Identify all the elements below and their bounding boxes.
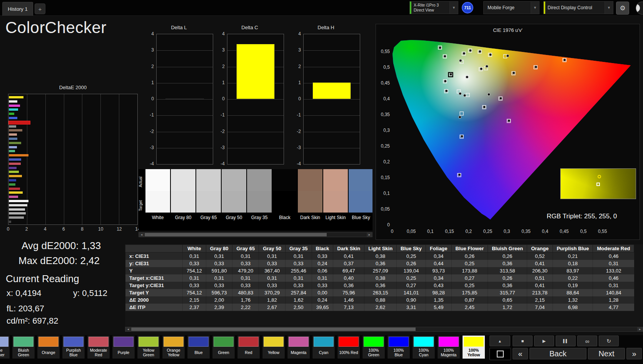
scroll-left-icon[interactable]: ◄: [139, 233, 144, 237]
table-column-header: Gray 65: [232, 245, 259, 253]
palette-orange-yellow[interactable]: Orange Yellow: [162, 335, 185, 359]
play-button[interactable]: ▶: [534, 336, 554, 346]
palette-purplish-blue[interactable]: Purplish Blue: [62, 335, 85, 359]
deltae-bar: [9, 216, 24, 219]
cie-y-tick: 0,1: [377, 191, 390, 196]
next-chevron-button[interactable]: »: [626, 348, 642, 359]
deltae-bar: [9, 171, 19, 173]
color-swatch-gray-65: Gray 65: [196, 169, 221, 231]
source-selector[interactable]: Mobile Forge ▼: [483, 1, 539, 14]
table-cell: 0,46: [593, 253, 634, 260]
table-column-header: Blue Flower: [451, 245, 488, 253]
palette-green[interactable]: Green: [212, 335, 235, 359]
table-row: x: CIE310,310,310,310,310,310,330,410,38…: [125, 253, 634, 260]
swatch-scroll-thumb[interactable]: [145, 233, 327, 236]
measurement-table: WhiteGray 80Gray 65Gray 50Gray 35BlackDa…: [125, 244, 634, 311]
table-cell: 0,33: [312, 253, 333, 260]
palette-100-cyan[interactable]: 100% Cyan: [412, 335, 435, 359]
deltae-bar: [9, 175, 22, 177]
cie-measured-point: [459, 92, 461, 95]
palette-100-green[interactable]: 100% Green: [362, 335, 385, 359]
palette-moderate-red[interactable]: Moderate Red: [87, 335, 110, 359]
gridline: [227, 99, 284, 100]
palette-purple[interactable]: Purple: [112, 335, 135, 359]
table-cell: 69,47: [333, 267, 364, 274]
palette-100-yellow[interactable]: 100% Yellow: [462, 335, 485, 359]
table-cell: 2,39: [206, 304, 232, 311]
palette-swatch: [239, 337, 259, 347]
rgb-triplet-label: RGB Triplet: 255, 255, 0: [530, 213, 634, 220]
refresh-button[interactable]: ↻: [599, 336, 619, 346]
table-cell: 0,24: [312, 260, 333, 267]
palette-100-magenta[interactable]: 100% Magenta: [437, 335, 460, 359]
palette-blue[interactable]: Blue: [187, 335, 210, 359]
table-scrollbar[interactable]: ◄ ►: [125, 327, 643, 332]
settings-button[interactable]: ⚙: [616, 2, 629, 15]
table-cell: 2,00: [206, 296, 232, 304]
swatch-scrollbar[interactable]: ◄ ►: [139, 232, 372, 237]
loop-button[interactable]: ∞: [577, 336, 597, 346]
cie-x-tick: 0,5: [576, 229, 591, 234]
swatch-label: Black: [272, 213, 297, 224]
table-cell: 0,36: [488, 282, 527, 289]
delta-y-tick: 4: [142, 31, 154, 37]
table-cell: 0,43: [426, 282, 452, 289]
stop-button[interactable]: ■: [513, 336, 533, 346]
pattern-up-button[interactable]: ▲: [489, 336, 510, 346]
palette-label: Yellow Green: [137, 347, 160, 359]
scroll-left-icon[interactable]: ◄: [125, 327, 131, 331]
scroll-right-icon[interactable]: ►: [637, 327, 643, 331]
pause-button[interactable]: ▌▌: [556, 336, 576, 346]
palette-cyan[interactable]: Cyan: [312, 335, 335, 359]
table-cell: 7,13: [333, 304, 364, 311]
table-cell: 1,72: [488, 304, 527, 311]
palette-yellow[interactable]: Yellow: [262, 335, 285, 359]
workflow-selector[interactable]: Direct Display Control ▼: [543, 1, 613, 14]
table-cell: 0,65: [488, 296, 527, 304]
tab-history-1[interactable]: History 1: [2, 2, 33, 16]
chevron-down-icon[interactable]: ▼: [531, 2, 539, 14]
cie-y-tick: 0,05: [377, 206, 390, 212]
cie-y-tick: 0,5: [377, 65, 390, 70]
table-cell: 0,38: [364, 274, 397, 282]
meter-count-badge[interactable]: 711: [462, 2, 473, 13]
chevron-down-icon[interactable]: ▼: [449, 2, 458, 14]
cie-measured-point: [513, 71, 515, 74]
table-cell: 0,36: [488, 260, 527, 267]
cie-measured-point: [459, 116, 461, 118]
table-cell: 139,04: [397, 267, 426, 274]
back-button[interactable]: Back: [529, 348, 586, 359]
deltae-x-tick: 8: [81, 226, 84, 232]
palette-yellow-green[interactable]: Yellow Green: [137, 335, 160, 359]
table-scroll-thumb[interactable]: [131, 327, 416, 331]
deltae-bar: [9, 138, 17, 140]
table-cell: 2,45: [451, 304, 488, 311]
swatch-actual: [222, 169, 246, 191]
table-column-header: Gray 80: [206, 245, 232, 253]
palette-blue-flower[interactable]: Blue Flower: [0, 335, 10, 359]
table-cell: 1,35: [426, 296, 452, 304]
back-chevron-button[interactable]: «: [513, 348, 528, 359]
cie-panel: CIE 1976 u'v': [376, 24, 640, 240]
palette-100-red[interactable]: 100% Red: [337, 335, 360, 359]
chevron-down-icon[interactable]: ▼: [605, 2, 613, 14]
palette-magenta[interactable]: Magenta: [287, 335, 310, 359]
scroll-right-icon[interactable]: ►: [367, 233, 372, 237]
table-column-header: Blue Sky: [397, 245, 426, 253]
table-cell: 0,37: [333, 260, 364, 267]
palette-100-blue[interactable]: 100% Blue: [387, 335, 410, 359]
table-cell: 0,26: [488, 274, 527, 282]
palette-orange[interactable]: Orange: [37, 335, 60, 359]
delta-y-tick: 3: [213, 47, 225, 53]
refresh-icon: ↻: [606, 338, 611, 344]
palette-red[interactable]: Red: [237, 335, 260, 359]
pattern-window-button[interactable]: [489, 348, 511, 360]
table-row: ΔE ITP2,372,392,222,672,5039,657,132,623…: [125, 304, 634, 311]
meter-selector[interactable]: X-Rite i1Pro 3 Direct View ▼: [409, 1, 458, 14]
app-logo-partial[interactable]: [636, 2, 643, 15]
next-button[interactable]: Next: [588, 348, 625, 359]
gridline: [304, 99, 360, 100]
new-tab-button[interactable]: +: [35, 3, 45, 14]
palette-bluish-green[interactable]: Bluish Green: [12, 335, 35, 359]
gridline: [157, 83, 213, 83]
